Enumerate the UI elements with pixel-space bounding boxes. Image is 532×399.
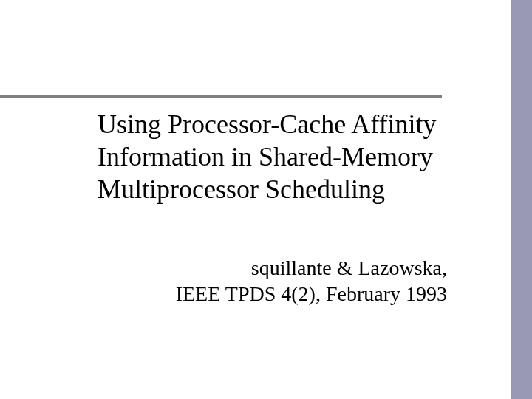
decorative-right-stripe	[511, 0, 532, 399]
decorative-horizontal-rule	[0, 95, 442, 98]
slide-authors: squillante & Lazowska, IEEE TPDS 4(2), F…	[92, 255, 447, 307]
authors-line-2: IEEE TPDS 4(2), February 1993	[92, 281, 447, 307]
authors-line-1: squillante & Lazowska,	[92, 255, 447, 281]
presentation-slide: Using Processor-Cache Affinity Informati…	[0, 0, 532, 399]
slide-title: Using Processor-Cache Affinity Informati…	[98, 109, 460, 206]
